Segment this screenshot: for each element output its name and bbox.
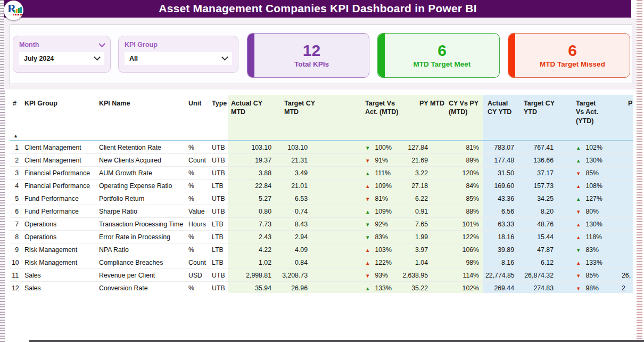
chevron-down-icon[interactable] (94, 54, 101, 61)
mtd-target-meet-label: MTD Target Meet (414, 60, 471, 68)
col-header-kpi-group[interactable]: KPI Group (20, 95, 95, 130)
col-header-type[interactable]: Type (209, 95, 228, 130)
total-kpis-label: Total KPIs (294, 60, 329, 68)
table-row: 4Financial PerformanceOperating Expense … (10, 180, 633, 192)
cell-target-vs-act-mtd: ▲103% (320, 243, 400, 256)
cell-type: UTB (209, 269, 228, 282)
cell-cy-vs-py-mtd: 88% (446, 205, 483, 218)
mtd-target-missed-card: 6 MTD Target Missed (508, 33, 630, 78)
col-header-actual-cy-ytd[interactable]: Actual CY YTD (483, 95, 519, 130)
cell-unit: % (185, 282, 209, 294)
arrow-down-icon: ▼ (576, 247, 581, 253)
cell-index: 8 (10, 231, 20, 243)
cell-type: LTB (209, 218, 228, 231)
table-row: 8OperationsError Rate in Processing%LTB2… (10, 231, 633, 243)
cell-target-cy-ytd: 6.12 (519, 256, 560, 269)
col-header-target-cy-ytd[interactable]: Target CY YTD (519, 95, 560, 130)
cell-target-vs-act-mtd: ▼100% (320, 141, 400, 154)
cell-kpi-name: Transaction Processing Time (95, 218, 185, 231)
cell-actual-cy-mtd: 0.80 (228, 205, 276, 218)
cell-cy-vs-py-mtd: 85% (446, 192, 483, 205)
logo-bar-icon (16, 9, 18, 13)
col-header-cy-vs-py-mtd[interactable]: CY Vs PY (MTD) (446, 95, 483, 130)
cell-target-vs-act-ytd: ▲127% (560, 192, 617, 205)
cell-actual-cy-mtd: 2.43 (228, 231, 276, 243)
arrow-down-icon: ▼ (576, 209, 581, 215)
cell-kpi-group: Fund Performance (20, 192, 95, 205)
col-header-index[interactable]: # (10, 95, 20, 130)
cell-index: 6 (10, 205, 20, 218)
arrow-down-icon: ▼ (576, 286, 581, 291)
cell-target-vs-act-ytd: ▼80% (560, 205, 617, 218)
cell-target-vs-act-ytd: ▲130% (560, 154, 617, 167)
month-slicer[interactable]: Month July 2024 (13, 36, 111, 73)
total-kpis-value: 12 (303, 43, 320, 59)
cell-target-cy-mtd: 6.53 (276, 192, 320, 205)
col-header-py[interactable]: PY (617, 95, 633, 130)
kpi-group-dropdown[interactable]: All (125, 52, 232, 65)
cell-actual-cy-mtd: 5.27 (228, 192, 276, 205)
arrow-up-icon: ▲ (576, 183, 581, 189)
cell-index: 3 (10, 167, 20, 180)
col-header-py-mtd[interactable]: PY MTD (400, 95, 446, 130)
cell-actual-cy-ytd: 31.50 (483, 167, 519, 180)
cell-actual-cy-ytd: 18.16 (483, 231, 519, 243)
arrow-down-icon: ▼ (365, 273, 370, 279)
cell-unit: Count (185, 256, 209, 269)
cell-unit: USD (185, 269, 209, 282)
arrow-up-icon: ▲ (576, 145, 581, 151)
chevron-down-icon[interactable] (98, 40, 105, 47)
cell-index: 2 (10, 154, 20, 167)
card-accent-bar (378, 34, 385, 77)
col-header-target-vs-act-mtd[interactable]: Target Vs Act. (MTD) (320, 95, 400, 130)
cell-actual-cy-mtd: 2,998.81 (228, 269, 276, 282)
col-header-target-cy-mtd[interactable]: Target CY MTD (276, 95, 320, 130)
table-row: 3Financial PerformanceAUM Growth Rate%UT… (10, 167, 633, 180)
cell-actual-cy-ytd: 269.44 (483, 282, 519, 294)
cell-py (617, 154, 633, 167)
arrow-up-icon: ▲ (365, 209, 370, 215)
kpi-group-slicer[interactable]: KPI Group All (118, 36, 238, 73)
arrow-up-icon: ▲ (576, 222, 581, 227)
cell-actual-cy-mtd: 22.84 (228, 180, 276, 192)
cell-actual-cy-ytd: 6.56 (483, 205, 519, 218)
cell-type: LTB (209, 180, 228, 192)
cell-actual-cy-ytd: 22,774.85 (483, 269, 519, 282)
cell-kpi-group: Risk Management (20, 243, 95, 256)
cell-type: LTB (209, 243, 228, 256)
cell-type: UTB (209, 205, 228, 218)
kpi-table: # KPI Group KPI Name Unit Type Actual CY… (10, 95, 633, 293)
cell-kpi-name: AUM Growth Rate (95, 167, 185, 180)
cell-kpi-name: NPA Ratio (95, 243, 185, 256)
cell-py (617, 180, 633, 192)
col-header-kpi-name[interactable]: KPI Name (95, 95, 185, 130)
cell-target-vs-act-mtd: ▲122% (320, 256, 400, 269)
mtd-target-meet-card: 6 MTD Target Meet (377, 33, 500, 78)
cell-cy-vs-py-mtd: 120% (446, 167, 483, 180)
arrow-up-icon: ▲ (365, 183, 370, 189)
col-header-target-vs-act-ytd[interactable]: Target Vs Act. (YTD) (560, 95, 617, 130)
cell-kpi-group: Operations (20, 231, 95, 243)
kpi-group-dropdown-value: All (129, 55, 138, 62)
cell-actual-cy-mtd: 103.10 (228, 141, 276, 154)
cell-target-vs-act-mtd: ▲133% (320, 282, 400, 294)
cell-target-cy-ytd: 136.66 (519, 154, 560, 167)
cell-actual-cy-ytd: 169.60 (483, 180, 519, 192)
col-header-unit[interactable]: Unit (185, 95, 209, 130)
arrow-down-icon: ▼ (365, 158, 370, 164)
cell-target-cy-ytd: 48.76 (519, 218, 560, 231)
stitch-border-right (637, 0, 642, 342)
cell-py-mtd: 3.97 (400, 243, 446, 256)
sort-indicator-icon[interactable]: ▲ (10, 130, 20, 141)
month-dropdown[interactable]: July 2024 (19, 52, 104, 65)
cell-py-mtd: 6.22 (400, 192, 446, 205)
chevron-down-icon[interactable] (221, 54, 228, 61)
cell-target-vs-act-ytd: ▼85% (560, 167, 617, 180)
cell-target-vs-act-mtd: ▼91% (320, 154, 400, 167)
cell-kpi-group: Financial Performance (20, 180, 95, 192)
cell-py-mtd: 0.91 (400, 205, 446, 218)
cell-actual-cy-ytd: 177.48 (483, 154, 519, 167)
cell-unit: % (185, 141, 209, 154)
cell-target-vs-act-mtd: ▼93% (320, 269, 400, 282)
col-header-actual-cy-mtd[interactable]: Actual CY MTD (228, 95, 276, 130)
